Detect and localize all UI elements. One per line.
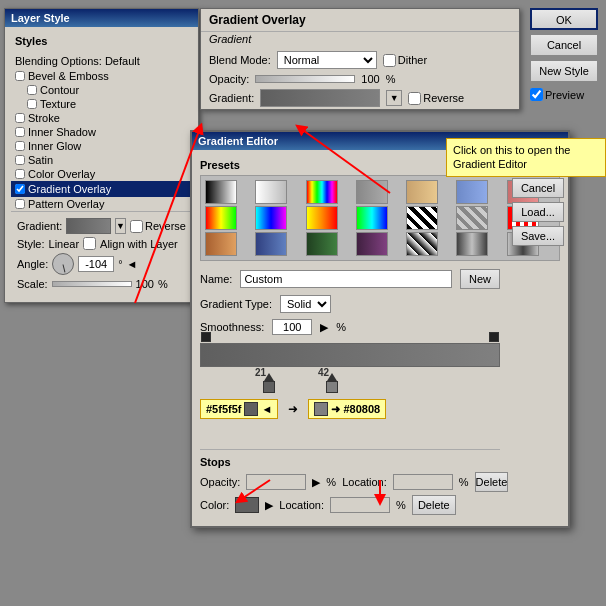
gradient-preview-row: Gradient: ▼ Reverse [201,87,519,109]
gradient-type-select[interactable]: Solid [280,295,331,313]
color-stop-swatch[interactable] [235,497,259,513]
style-row: Style: Linear Align with Layer [17,237,186,250]
go-title: Gradient Overlay [201,9,519,32]
inner-glow-item[interactable]: Inner Glow [11,139,192,153]
preset-12[interactable] [406,206,438,230]
preset-1[interactable] [205,180,237,204]
gradient-label: Gradient: [17,220,62,232]
stops-section: Stops Opacity: ▶ % Location: % Delete Co… [200,449,500,515]
styles-label: Styles [11,33,192,49]
angle-dial[interactable] [52,253,74,275]
layer-style-title: Layer Style [5,9,198,27]
gradient-open-btn[interactable]: ▼ [386,90,402,106]
opacity-stop-right[interactable] [489,332,499,342]
gradient-bottom-section: Gradient: ▼ Reverse Style: Linear Align … [11,211,192,296]
angle-row: Angle: ° ◄ [17,253,186,275]
preset-6[interactable] [456,180,488,204]
contour-item[interactable]: Contour [11,83,192,97]
stop1-label: 21 [255,367,266,378]
preview-check[interactable]: Preview [530,88,602,101]
gradient-row: Gradient: ▼ Reverse [17,218,186,234]
color-annotations: #5f5f5f ◄ ➜ ➜ #80808 [200,399,500,419]
gradient-dropdown-btn[interactable]: ▼ [115,218,126,234]
dither-check[interactable]: Dither [383,54,427,67]
opacity-stop-left[interactable] [201,332,211,342]
reverse-check-go[interactable]: Reverse [408,92,464,105]
layer-style-buttons: OK Cancel New Style Preview [530,8,602,101]
color-stop-row: Color: ▶ Location: % Delete [200,495,500,515]
stops-label: Stops [200,456,500,468]
reverse-check[interactable]: Reverse [130,220,186,233]
gradient-bar[interactable] [200,343,500,367]
layer-style-items: Blending Options: Default Bevel & Emboss… [11,53,192,211]
blend-mode-select[interactable]: Normal [277,51,377,69]
stop2-label: 42 [318,367,329,378]
opacity-stop-row: Opacity: ▶ % Location: % Delete [200,472,500,492]
smooth-arrow[interactable]: ▶ [320,321,328,334]
preset-10[interactable] [306,206,338,230]
gradient-preview-small[interactable] [66,218,111,234]
opacity-slider[interactable] [255,75,355,83]
pattern-overlay-item[interactable]: Pattern Overlay [11,197,192,211]
scale-row: Scale: 100 % [17,278,186,290]
inner-shadow-item[interactable]: Inner Shadow [11,125,192,139]
preset-9[interactable] [255,206,287,230]
gradient-editor-title: Gradient Editor [198,135,278,147]
name-row: Name: New [200,269,500,289]
texture-item[interactable]: Texture [11,97,192,111]
opacity-row: Opacity: 100 % [201,71,519,87]
preset-4[interactable] [356,180,388,204]
color-overlay-item[interactable]: Color Overlay [11,167,192,181]
go-subtitle: Gradient [201,32,519,49]
preset-2[interactable] [255,180,287,204]
ge-new-button[interactable]: New [460,269,500,289]
layer-style-dialog: Layer Style Styles Blending Options: Def… [4,8,199,303]
preset-13[interactable] [456,206,488,230]
gradient-bar-container: 21 42 #5f5f5f ◄ ➜ ➜ #80808 [200,343,500,419]
preset-20[interactable] [456,232,488,256]
bevel-emboss-item[interactable]: Bevel & Emboss [11,69,192,83]
presets-grid [200,175,560,261]
gradient-overlay-panel: Gradient Overlay Gradient Blend Mode: No… [200,8,520,110]
name-input[interactable] [240,270,452,288]
preset-16[interactable] [255,232,287,256]
type-row: Gradient Type: Solid [200,295,500,313]
opacity-delete-button[interactable]: Delete [475,472,509,492]
ge-load-button[interactable]: Load... [512,202,564,222]
preset-18[interactable] [356,232,388,256]
blending-options-item[interactable]: Blending Options: Default [11,53,192,69]
preset-11[interactable] [356,206,388,230]
color-swatch-1 [244,402,258,416]
angle-indicator [63,264,66,272]
gradient-overlay-item[interactable]: Gradient Overlay [11,181,192,197]
stroke-item[interactable]: Stroke [11,111,192,125]
opacity-stop-input[interactable] [246,474,306,490]
preset-17[interactable] [306,232,338,256]
opacity-location-input[interactable] [393,474,453,490]
preset-15[interactable] [205,232,237,256]
smoothness-input[interactable] [272,319,312,335]
color-label-2: ➜ #80808 [308,399,386,419]
smoothness-row: Smoothness: ▶ % [200,319,500,335]
annotation-box: Click on this to open the Gradient Edito… [446,138,606,177]
new-style-button[interactable]: New Style [530,60,598,82]
cancel-button[interactable]: Cancel [530,34,598,56]
gradient-preview[interactable] [260,89,380,107]
preset-3[interactable] [306,180,338,204]
preset-8[interactable] [205,206,237,230]
color-delete-button[interactable]: Delete [412,495,456,515]
preset-5[interactable] [406,180,438,204]
color-location-input[interactable] [330,497,390,513]
preset-19[interactable] [406,232,438,256]
scale-slider[interactable] [52,281,132,287]
satin-item[interactable]: Satin [11,153,192,167]
ok-button[interactable]: OK [530,8,598,30]
ge-save-button[interactable]: Save... [512,226,564,246]
gradient-editor-dialog: Gradient Editor ▬ Presets ⚙ [190,130,570,528]
ge-cancel-button[interactable]: Cancel [512,178,564,198]
angle-input[interactable] [78,256,114,272]
color-swatch-2 [314,402,328,416]
color-label-1: #5f5f5f ◄ [200,399,278,419]
annotation-text: Click on this to open the Gradient Edito… [453,144,570,170]
blend-mode-row: Blend Mode: Normal Dither [201,49,519,71]
